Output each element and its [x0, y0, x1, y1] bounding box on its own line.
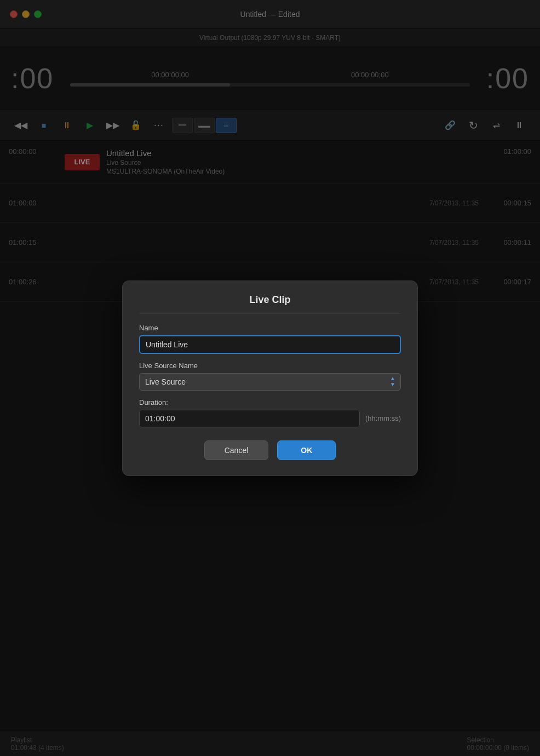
- duration-label: Duration:: [139, 398, 401, 406]
- duration-row: (hh:mm:ss): [139, 410, 401, 427]
- duration-hint: (hh:mm:ss): [365, 414, 401, 422]
- modal-buttons: Cancel OK: [139, 440, 401, 460]
- modal-dialog: Live Clip Name Live Source Name Live Sou…: [122, 280, 418, 476]
- cancel-button[interactable]: Cancel: [204, 440, 269, 460]
- name-form-group: Name: [139, 324, 401, 354]
- source-form-group: Live Source Name Live Source Source 2 So…: [139, 362, 401, 391]
- modal-title: Live Clip: [139, 294, 401, 314]
- source-select-wrapper: Live Source Source 2 Source 3 ▲ ▼: [139, 373, 401, 391]
- source-name-label: Live Source Name: [139, 362, 401, 370]
- name-input[interactable]: [139, 335, 401, 354]
- modal-overlay: Live Clip Name Live Source Name Live Sou…: [0, 0, 540, 756]
- name-label: Name: [139, 324, 401, 332]
- duration-input[interactable]: [139, 410, 360, 427]
- ok-button[interactable]: OK: [277, 440, 336, 460]
- duration-form-group: Duration: (hh:mm:ss): [139, 398, 401, 427]
- source-select[interactable]: Live Source Source 2 Source 3: [139, 373, 401, 391]
